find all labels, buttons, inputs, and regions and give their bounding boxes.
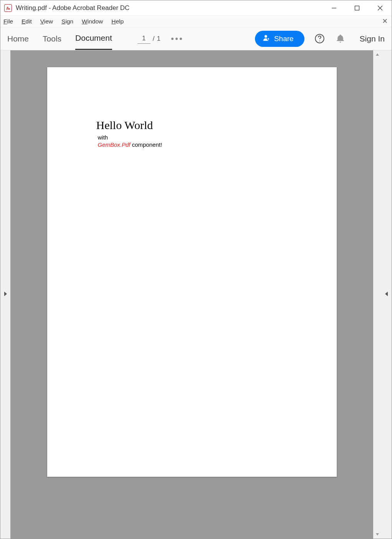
document-viewport[interactable]: Hello World with GemBox.Pdf component! xyxy=(10,50,373,539)
window-controls xyxy=(323,0,392,15)
share-label: Share xyxy=(274,35,294,43)
person-add-icon xyxy=(263,34,270,43)
right-panel-toggle[interactable] xyxy=(382,50,392,539)
menu-bar: File Edit View Sign Window Help ✕ xyxy=(0,16,392,27)
page-number-input[interactable] xyxy=(137,34,151,44)
menu-window[interactable]: Window xyxy=(82,18,103,25)
title-bar: Writing.pdf - Adobe Acrobat Reader DC xyxy=(0,0,392,16)
toolbar: Home Tools Document / 1 Share Sign In xyxy=(0,27,392,50)
more-options-button[interactable] xyxy=(171,38,182,40)
window-title: Writing.pdf - Adobe Acrobat Reader DC xyxy=(16,4,323,12)
maximize-button[interactable] xyxy=(346,0,369,15)
tab-tools[interactable]: Tools xyxy=(43,28,61,50)
svg-marker-12 xyxy=(376,533,379,536)
chevron-right-icon xyxy=(3,291,7,298)
minimize-button[interactable] xyxy=(323,0,346,15)
scroll-up-icon xyxy=(375,52,379,57)
close-document-button[interactable]: ✕ xyxy=(382,17,388,25)
page-indicator: / 1 xyxy=(137,34,160,44)
menu-view[interactable]: View xyxy=(40,18,53,25)
vertical-scrollbar[interactable] xyxy=(373,50,382,539)
svg-point-9 xyxy=(319,41,320,41)
svg-marker-11 xyxy=(376,53,379,56)
page-text-emphasis: GemBox.Pdf xyxy=(98,141,131,148)
scroll-down-icon xyxy=(375,532,379,537)
page-total: 1 xyxy=(157,35,160,43)
page-text-line-3: GemBox.Pdf component! xyxy=(98,141,288,148)
menu-edit[interactable]: Edit xyxy=(22,18,32,25)
share-button[interactable]: Share xyxy=(255,31,304,47)
menu-help[interactable]: Help xyxy=(111,18,124,25)
left-panel-toggle[interactable] xyxy=(0,50,10,539)
page-text-line-2: with xyxy=(98,134,288,141)
chevron-left-icon xyxy=(385,291,389,298)
close-window-button[interactable] xyxy=(369,0,392,15)
svg-point-4 xyxy=(265,35,267,38)
dots-icon xyxy=(171,38,174,40)
document-page: Hello World with GemBox.Pdf component! xyxy=(47,67,337,477)
help-button[interactable] xyxy=(314,33,325,44)
menu-file[interactable]: File xyxy=(3,18,13,25)
svg-marker-10 xyxy=(4,292,7,296)
acrobat-app-icon xyxy=(4,4,12,12)
tab-home[interactable]: Home xyxy=(7,28,29,50)
notifications-button[interactable] xyxy=(335,33,346,44)
sign-in-button[interactable]: Sign In xyxy=(360,34,385,43)
page-heading: Hello World xyxy=(96,119,288,132)
svg-marker-13 xyxy=(385,292,388,296)
page-separator: / xyxy=(153,35,155,43)
content-area: Hello World with GemBox.Pdf component! xyxy=(0,50,392,539)
menu-sign[interactable]: Sign xyxy=(61,18,73,25)
tab-document[interactable]: Document xyxy=(75,27,112,50)
svg-rect-1 xyxy=(355,6,359,10)
